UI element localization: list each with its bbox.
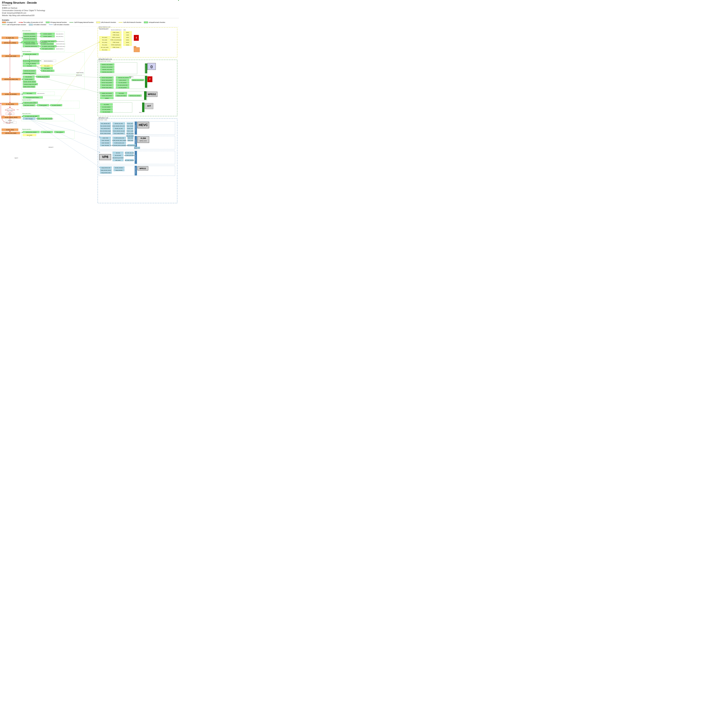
svg-text:read(): read() [126, 34, 129, 36]
svg-text:ff_hev...short1(): ff_hev...short1() [127, 125, 133, 127]
svg-text:vpx_codec_get_frame(): vpx_codec_get_frame() [124, 155, 134, 156]
svg-line-401 [56, 42, 99, 105]
svg-text:output format (: output format ( [76, 72, 84, 73]
svg-text:ff_hevc_decoder: ff_hevc_decoder [135, 125, 136, 131]
svg-text:avcodec_find_decoder(): avcodec_find_decoder() [5, 94, 16, 95]
svg-text:ffurl_read_seek(): ffurl_read_seek() [101, 47, 108, 48]
svg-text:write(): write() [126, 37, 129, 38]
svg-text:avt_read_packet(): avt_read_packet() [102, 109, 110, 110]
legend-title: Examples: [2, 19, 177, 21]
svg-text:libavcodec/utils.c: libavcodec/utils.c [22, 113, 31, 114]
svg-text:mpegts_push_data(): mpegts_push_data() [116, 95, 126, 96]
svg-text:URLProtocol's List: URLProtocol's List [98, 27, 110, 27]
svg-text:libavformat/utils.c: libavformat/utils.c [22, 51, 31, 52]
svg-text:avt_read_close(): avt_read_close() [103, 112, 110, 112]
svg-text:f: f [136, 36, 137, 39]
svg-text:vp8_codec_dec_init(): vp8_codec_dec_init() [125, 152, 134, 154]
svg-text:read_frame_internal(): read_frame_internal() [24, 105, 34, 106]
svg-text:avt_read_header(): avt_read_header() [102, 106, 110, 107]
svg-text:mpegts_read_packet(): mpegts_read_packet() [102, 95, 112, 96]
svg-text:avformat_free_context(): avformat_free_context() [26, 132, 36, 133]
svg-text:ffurl_write(): ffurl_write() [102, 42, 107, 43]
svg-text:libavformat/avio.c: libavformat/avio.c [56, 48, 64, 49]
svg-text:vp8_decode(): vp8_decode() [115, 155, 121, 156]
svg-text:read_data(): read_data() [119, 93, 124, 94]
svg-text:libmatroska/MatroskaFile.c: libmatroska/MatroskaFile.c [145, 64, 146, 74]
svg-text:init_input(): init_input() [27, 66, 32, 66]
svg-text:ff_h264_decode_sei(): ff_h264_decode_sei() [115, 142, 124, 143]
svg-text:f: f [149, 78, 151, 81]
svg-line-404 [29, 119, 100, 168]
svg-text:av_packet_split_side_data(): av_packet_split_side_data() [25, 116, 37, 117]
svg-text:ffurl_open(): ffurl_open() [45, 66, 49, 66]
svg-text:matroska_read_seek(): matroska_read_seek() [102, 69, 112, 70]
svg-text:avio_open(): avio_open() [44, 68, 49, 69]
header: FFmpeg Structure - Decode Version 1.0 雷霄… [0, 0, 179, 27]
svg-text:ff_pic_output_frame(): ff_pic_output_frame() [114, 133, 124, 134]
svg-text:avcodec_decode_video2(): avcodec_decode_video2() [24, 81, 35, 82]
svg-text:matroska_read_close(): matroska_read_close() [102, 72, 112, 73]
svg-text:Get Packet?: Get Packet? [7, 110, 13, 110]
svg-text:hevc_decode_free(): hevc_decode_free() [101, 128, 110, 129]
svg-text:int avCodecContext* Params...: int avCodecContext* Params... [26, 97, 40, 98]
svg-text:av_frame_set_best_effort_times: av_frame_set_best_effort_timestamp() [36, 118, 53, 119]
svg-text:RTMP_Connect(): RTMP_Connect() [112, 37, 120, 38]
svg-text:avformat_alloc_context(): avformat_alloc_context() [24, 42, 35, 43]
svg-text:update_stream_timings(): update_stream_timings() [24, 86, 34, 87]
svg-text:iformat->read_close(): iformat->read_close() [102, 87, 112, 88]
svg-text:AVCodec* codec: AVCodec* codec [98, 119, 107, 121]
svg-text:libavcodec/utils.c: libavcodec/utils.c [22, 30, 31, 31]
svg-text:libavformat/formats.c: libavformat/formats.c [56, 43, 65, 45]
svg-text:av_opt_set_alloc_AVFormatConte: av_opt_set_alloc_AVFormatContext() [23, 60, 39, 61]
svg-text:avformat_close_input(): avformat_close_input() [5, 133, 16, 134]
svg-text:find_decoder(): find_decoder() [25, 76, 32, 78]
svg-text:RTMP_Read(): RTMP_Read() [113, 42, 119, 43]
svg-line-153 [21, 116, 23, 117]
svg-text:codec->init(): codec->init() [103, 137, 108, 139]
svg-text:ffurl_seek(): ffurl_seek() [102, 45, 107, 45]
svg-text:decode_nal_unit(): decode_nal_unit() [115, 123, 123, 124]
svg-text:fcb_init_val(): fcb_init_val() [127, 123, 133, 124]
legend-ffmpeg-api: FFmpeg's API [2, 22, 16, 23]
svg-text:True: True [16, 109, 19, 110]
svg-text:ff_h264_decode_init(): ff_h264_decode_init() [115, 137, 124, 139]
svg-text:{}: {} [151, 65, 153, 68]
legend-call-url-arrow: Call URLProtocol's function [119, 22, 141, 23]
svg-text:decode_slice(): decode_slice() [128, 137, 133, 139]
author-info: 雷霄骅 (Lei Xiaohua) Communication Universi… [2, 7, 177, 17]
svg-text:MPEG2: MPEG2 [140, 167, 146, 169]
legend-avinput-func: AVInputFormat's function [144, 22, 165, 23]
svg-text:ffurl_register_protocol(): ffurl_register_protocol() [42, 48, 53, 49]
svg-text:internal 0: internal 0 [49, 146, 53, 148]
svg-text:codec->decode(): codec->decode() [101, 142, 109, 143]
svg-line-105 [36, 66, 41, 68]
svg-text:hevc_decode_frame(): hevc_decode_frame() [100, 125, 110, 127]
svg-text:avformat_alloc_context(): avformat_alloc_context() [25, 54, 36, 55]
svg-text:ffurl_read(): ffurl_read() [102, 39, 107, 40]
svg-text:AVT: AVT [147, 105, 151, 107]
svg-text:mpeg_decode_init(): mpeg_decode_init() [101, 167, 110, 168]
svg-text:lseek(): lseek() [126, 42, 129, 43]
svg-text:matroska_read_packet(): matroska_read_packet() [102, 67, 112, 67]
svg-line-165 [20, 132, 23, 133]
svg-text:av_register_output_format(): av_register_output_format() [42, 46, 55, 47]
version-label: Version 1.0 [2, 4, 177, 6]
svg-text:AVInputFormat's List: AVInputFormat's List [98, 58, 112, 60]
svg-text:REGISTER_ENCDEC(): REGISTER_ENCDEC() [24, 33, 35, 34]
svg-text:VP8: VP8 [102, 155, 108, 159]
svg-text:avformat_new_stream(): avformat_new_stream() [24, 70, 34, 72]
svg-text:HEVC: HEVC [139, 123, 148, 127]
svg-line-142 [18, 103, 23, 104]
svg-text:decode_chunks(): decode_chunks() [115, 167, 123, 168]
svg-text:vp8_close(): vp8_close() [115, 160, 121, 161]
svg-text:iformat->read_packet(): iformat->read_packet() [102, 80, 112, 81]
svg-text:ff_h264_decode_allow_header(): ff_h264_decode_allow_header() [112, 140, 126, 141]
svg-text:estimate_timings_from_pts(): estimate_timings_from_pts() [24, 84, 37, 85]
svg-text:libavformat/avio.c: libavformat/avio.c [99, 29, 109, 30]
svg-text:mpegts_read_header(): mpegts_read_header() [102, 93, 112, 94]
svg-text:REGISTER_PROTOCOL(): REGISTER_PROTOCOL() [25, 46, 37, 47]
svg-text:avformat_new_stream(): avformat_new_stream() [133, 80, 143, 81]
svg-text:ffurl_close(): ffurl_close() [102, 49, 107, 50]
svg-text:RTMP_Open(): RTMP_Open() [113, 32, 119, 33]
legend-call-avcodec-arrow: Call AVCodec's function [49, 24, 69, 25]
